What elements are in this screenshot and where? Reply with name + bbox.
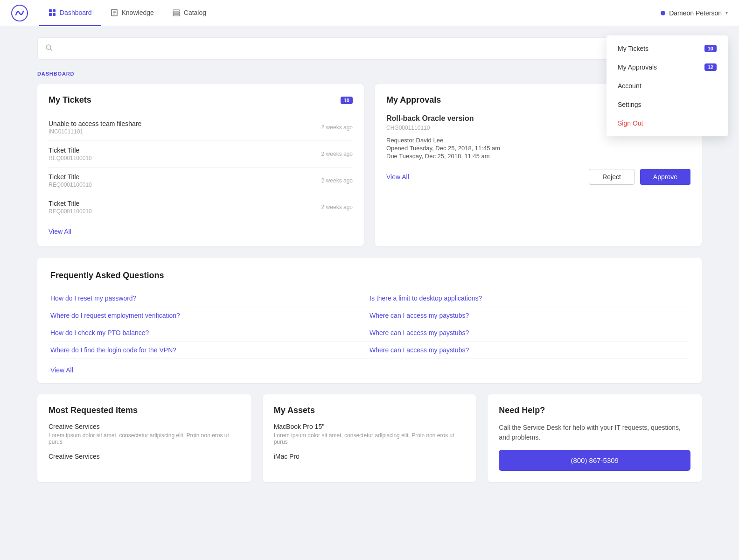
ticket-id: INC01011101 xyxy=(49,128,141,135)
svg-rect-4 xyxy=(53,13,56,16)
ticket-id: REQ0001100010 xyxy=(49,208,92,215)
approval-due: Due Tuesday, Dec 25, 2018, 11:45 am xyxy=(386,153,690,160)
list-item: Creative Services xyxy=(49,453,240,460)
my-assets-card: My Assets MacBook Pro 15" Lorem ipsum do… xyxy=(263,394,477,482)
knowledge-icon xyxy=(111,9,118,16)
faq-item[interactable]: Where can I access my paystubs? xyxy=(370,342,689,359)
navbar: Dashboard Knowledge Catalog Dameon Peter… xyxy=(0,0,739,26)
my-tickets-badge: 10 xyxy=(704,45,717,52)
faq-grid: How do I reset my password? Is there a l… xyxy=(50,290,689,359)
my-tickets-card: My Tickets 10 Unable to access team file… xyxy=(37,84,364,246)
dropdown-my-tickets-label: My Tickets xyxy=(618,45,648,52)
search-bar[interactable] xyxy=(37,37,702,60)
table-row[interactable]: Ticket Title REQ0001100010 2 weeks ago xyxy=(49,168,353,194)
user-menu-trigger[interactable]: Dameon Peterson ▾ My Tickets 10 My Appro… xyxy=(661,9,728,17)
ticket-list: Unable to access team fileshare INC01011… xyxy=(49,114,353,220)
tickets-count-badge: 10 xyxy=(341,97,353,104)
search-input[interactable] xyxy=(57,45,694,52)
dropdown-sign-out[interactable]: Sign Out xyxy=(607,114,728,133)
nav-dashboard-label: Dashboard xyxy=(60,9,92,16)
nav-catalog-label: Catalog xyxy=(184,9,206,16)
faq-title: Frequently Asked Questions xyxy=(50,271,689,280)
requested-item-title-1: Creative Services xyxy=(49,453,240,460)
faq-item[interactable]: Where do I find the login code for the V… xyxy=(50,342,370,359)
chevron-down-icon: ▾ xyxy=(725,10,728,15)
ticket-id: REQ0001100010 xyxy=(49,155,92,161)
svg-rect-3 xyxy=(49,13,52,16)
ticket-title: Ticket Title xyxy=(49,147,92,154)
nav-link-catalog[interactable]: Catalog xyxy=(163,0,216,26)
approval-opened: Opened Tuesday, Dec 25, 2018, 11:45 am xyxy=(386,145,690,152)
asset-item-title-0: MacBook Pro 15" xyxy=(274,423,466,430)
dropdown-my-approvals-label: My Approvals xyxy=(618,63,657,71)
requested-item-title-0: Creative Services xyxy=(49,423,240,430)
tickets-view-all-link[interactable]: View All xyxy=(49,228,353,235)
list-item: MacBook Pro 15" Lorem ipsum dolor sit am… xyxy=(274,423,466,445)
tickets-card-header: My Tickets 10 xyxy=(49,95,353,105)
ticket-title: Ticket Title xyxy=(49,200,92,207)
svg-rect-11 xyxy=(173,14,180,16)
ticket-time: 2 weeks ago xyxy=(321,177,353,184)
dropdown-my-approvals[interactable]: My Approvals 12 xyxy=(607,58,728,77)
most-requested-title: Most Requested items xyxy=(49,406,240,415)
dropdown-account-label: Account xyxy=(618,82,641,90)
faq-item[interactable]: Where can I access my paystubs? xyxy=(370,324,689,342)
svg-line-13 xyxy=(50,49,52,51)
app-logo[interactable] xyxy=(11,5,28,21)
ticket-time: 2 weeks ago xyxy=(321,151,353,157)
table-row[interactable]: Unable to access team fileshare INC01011… xyxy=(49,114,353,141)
ticket-title: Ticket Title xyxy=(49,173,92,181)
requested-item-desc-0: Lorem ipsum dolor sit amet, consectetur … xyxy=(49,432,240,445)
user-dropdown-menu: My Tickets 10 My Approvals 12 Account Se… xyxy=(607,35,728,136)
faq-item[interactable]: Is there a limit to desktop applications… xyxy=(370,290,689,307)
bottom-cards-row: Most Requested items Creative Services L… xyxy=(37,394,702,482)
svg-rect-9 xyxy=(173,10,180,11)
search-icon xyxy=(45,44,53,53)
table-row[interactable]: Ticket Title REQ0001100010 2 weeks ago xyxy=(49,194,353,220)
svg-rect-10 xyxy=(173,12,180,14)
dropdown-account[interactable]: Account xyxy=(607,77,728,95)
phone-button[interactable]: (800) 867-5309 xyxy=(499,450,690,471)
section-label: DASHBOARD xyxy=(37,71,702,77)
faq-item[interactable]: Where do I request employment verificati… xyxy=(50,307,370,324)
reject-button[interactable]: Reject xyxy=(589,169,634,185)
ticket-time: 2 weeks ago xyxy=(321,204,353,210)
tickets-card-title: My Tickets xyxy=(49,95,91,105)
asset-item-title-1: iMac Pro xyxy=(274,453,466,460)
ticket-id: REQ0001100010 xyxy=(49,182,92,188)
nav-link-dashboard[interactable]: Dashboard xyxy=(39,0,101,26)
faq-view-all-link[interactable]: View All xyxy=(50,366,689,374)
dropdown-settings-label: Settings xyxy=(618,101,641,108)
need-help-desc: Call the Service Desk for help with your… xyxy=(499,423,690,442)
username-label: Dameon Peterson xyxy=(669,9,722,17)
need-help-title: Need Help? xyxy=(499,406,690,415)
ticket-title: Unable to access team fileshare xyxy=(49,120,141,127)
my-assets-title: My Assets xyxy=(274,406,466,415)
dashboard-icon xyxy=(49,9,56,16)
svg-rect-2 xyxy=(53,9,56,12)
approve-button[interactable]: Approve xyxy=(640,169,690,185)
approval-requestor: Requestor David Lee xyxy=(386,137,690,144)
approvals-view-all-link[interactable]: View All xyxy=(386,173,409,181)
svg-rect-1 xyxy=(49,9,52,12)
most-requested-card: Most Requested items Creative Services L… xyxy=(37,394,251,482)
my-approvals-badge: 12 xyxy=(704,63,717,71)
table-row[interactable]: Ticket Title REQ0001100010 2 weeks ago xyxy=(49,141,353,168)
asset-item-desc-0: Lorem ipsum dolor sit amet, consectetur … xyxy=(274,432,466,445)
nav-links: Dashboard Knowledge Catalog xyxy=(39,0,661,26)
approval-actions: View All Reject Approve xyxy=(386,169,690,185)
top-cards-row: My Tickets 10 Unable to access team file… xyxy=(37,84,702,246)
user-status-dot xyxy=(661,11,665,15)
nav-knowledge-label: Knowledge xyxy=(122,9,154,16)
faq-item[interactable]: How do I reset my password? xyxy=(50,290,370,307)
list-item: iMac Pro xyxy=(274,453,466,460)
faq-item[interactable]: How do I check my PTO balance? xyxy=(50,324,370,342)
dropdown-sign-out-label: Sign Out xyxy=(618,119,643,127)
nav-link-knowledge[interactable]: Knowledge xyxy=(101,0,163,26)
ticket-time: 2 weeks ago xyxy=(321,124,353,131)
dropdown-my-tickets[interactable]: My Tickets 10 xyxy=(607,39,728,58)
list-item: Creative Services Lorem ipsum dolor sit … xyxy=(49,423,240,445)
dropdown-settings[interactable]: Settings xyxy=(607,95,728,114)
need-help-card: Need Help? Call the Service Desk for hel… xyxy=(488,394,702,482)
faq-item[interactable]: Where can I access my paystubs? xyxy=(370,307,689,324)
